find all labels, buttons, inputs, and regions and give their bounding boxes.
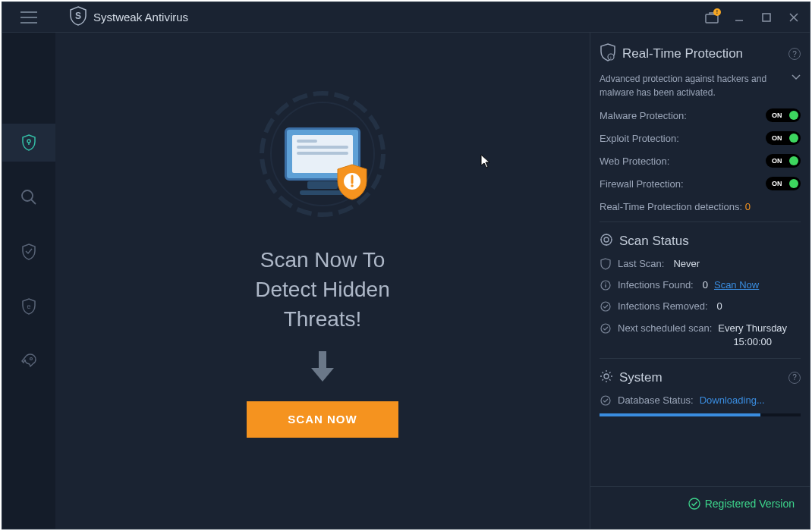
svg-point-33 [604, 374, 609, 379]
infections-removed-row: Infections Removed: 0 [600, 300, 801, 313]
infections-found-label: Infections Found: [618, 278, 694, 292]
next-scan-row: Next scheduled scan: Every Thursday 15:0… [600, 322, 801, 349]
footer-text: Registered Version [705, 498, 795, 510]
gear-icon [600, 369, 613, 386]
last-scan-value: Never [673, 257, 700, 271]
check-circle-icon [600, 300, 612, 313]
warning-shield-icon [335, 163, 370, 201]
svg-point-11 [22, 190, 33, 201]
main-headline: Scan Now To Detect Hidden Threats! [255, 245, 389, 335]
toggle-row-firewall: Firewall Protection: ON [600, 177, 801, 190]
firewall-toggle[interactable]: ON [766, 177, 801, 190]
center-panel: Scan Now To Detect Hidden Threats! SCAN … [55, 33, 590, 529]
sidebar-item-privacy[interactable]: e [2, 287, 55, 325]
section-scan-status: Scan Status Last Scan: Never Infections … [600, 222, 801, 358]
app-title: Systweak Antivirus [93, 11, 188, 24]
next-scan-label: Next scheduled scan: [618, 322, 712, 335]
svg-text:S: S [75, 11, 81, 21]
scan-status-title: Scan Status [619, 234, 801, 249]
malware-label: Malware Protection: [600, 110, 687, 121]
rtp-title: Real-Time Protection [622, 46, 782, 61]
sidebar-item-optimize[interactable] [2, 342, 55, 380]
headline-line3: Threats! [255, 304, 389, 334]
app-logo-icon: S [69, 6, 87, 29]
system-title: System [619, 370, 782, 385]
section-system: System ? Database Status: Downloading...… [600, 358, 801, 529]
toggle-row-web: Web Protection: ON [600, 154, 801, 168]
info-icon [600, 279, 612, 291]
titlebar: S Systweak Antivirus ! [2, 2, 810, 33]
web-toggle[interactable]: ON [766, 154, 801, 168]
infections-removed-label: Infections Removed: [618, 300, 708, 313]
check-circle-icon [600, 394, 612, 407]
sidebar-item-scan[interactable] [2, 178, 55, 216]
sidebar: e [2, 33, 55, 529]
scan-illustration [239, 86, 406, 222]
next-scan-time: 15:00:00 [718, 335, 787, 349]
check-circle-icon [600, 322, 612, 335]
hamburger-menu-button[interactable] [2, 2, 55, 33]
malware-toggle[interactable]: ON [766, 108, 801, 122]
briefcase-notification-icon[interactable]: ! [702, 8, 722, 27]
db-progress-bar [600, 413, 801, 416]
maximize-button[interactable] [757, 8, 776, 27]
svg-point-34 [601, 396, 610, 405]
infections-removed-value: 0 [717, 300, 722, 313]
svg-rect-6 [763, 14, 770, 21]
svg-point-31 [601, 302, 610, 311]
rtp-detections: Real-Time Protection detections: 0 [600, 201, 801, 212]
infections-found-row: Infections Found: 0 Scan Now [600, 278, 801, 292]
app-logo-block: S Systweak Antivirus [69, 6, 188, 29]
svg-text:e: e [27, 303, 30, 310]
exploit-toggle[interactable]: ON [766, 131, 801, 145]
footer: Registered Version [590, 486, 810, 520]
exploit-label: Exploit Protection: [600, 133, 679, 144]
rtp-shield-icon: i [600, 43, 616, 64]
svg-point-23 [604, 237, 609, 242]
rtp-detections-value: 0 [745, 201, 751, 212]
scan-status-icon [600, 233, 613, 250]
db-status-value[interactable]: Downloading... [700, 394, 765, 407]
firewall-label: Firewall Protection: [600, 178, 684, 190]
toggle-row-exploit: Exploit Protection: ON [600, 131, 801, 145]
rtp-help-icon[interactable]: ? [788, 48, 801, 60]
db-status-label: Database Status: [618, 394, 694, 407]
sidebar-item-shield[interactable] [2, 233, 55, 271]
main-area: Scan Now To Detect Hidden Threats! SCAN … [55, 33, 810, 529]
scan-now-button[interactable]: SCAN NOW [247, 401, 398, 438]
svg-point-19 [351, 184, 354, 187]
notification-badge: ! [713, 8, 721, 16]
svg-point-14 [30, 358, 33, 360]
shield-small-icon [600, 258, 612, 270]
svg-point-22 [601, 234, 612, 245]
svg-point-35 [689, 498, 700, 509]
window-controls: ! [702, 8, 804, 27]
svg-point-32 [601, 324, 610, 333]
rtp-collapse-chevron-icon[interactable] [792, 72, 801, 83]
right-panel: i Real-Time Protection ? Advanced protec… [590, 33, 810, 529]
headline-line1: Scan Now To [255, 245, 389, 275]
minimize-button[interactable] [729, 8, 749, 27]
rtp-description: Advanced protection against hackers and … [600, 72, 785, 99]
sidebar-item-protection[interactable] [2, 124, 55, 162]
scan-now-link[interactable]: Scan Now [714, 278, 759, 292]
registration-status: Registered Version [688, 498, 795, 510]
web-label: Web Protection: [600, 156, 669, 167]
app-window: S Systweak Antivirus ! [2, 2, 810, 529]
rtp-detections-label: Real-Time Protection detections: [600, 201, 742, 212]
svg-point-9 [27, 140, 30, 143]
infections-found-value: 0 [703, 278, 708, 292]
db-status-row: Database Status: Downloading... [600, 394, 801, 407]
next-scan-value: Every Thursday [718, 322, 787, 335]
close-button[interactable] [784, 8, 804, 27]
svg-text:i: i [610, 55, 611, 60]
check-circle-icon [688, 498, 700, 510]
last-scan-row: Last Scan: Never [600, 257, 801, 271]
app-body: e [2, 33, 810, 529]
headline-line2: Detect Hidden [255, 275, 389, 304]
last-scan-label: Last Scan: [618, 257, 664, 271]
toggle-row-malware: Malware Protection: ON [600, 108, 801, 122]
section-realtime-protection: i Real-Time Protection ? Advanced protec… [600, 33, 801, 222]
svg-line-12 [31, 200, 36, 204]
system-help-icon[interactable]: ? [788, 372, 801, 384]
